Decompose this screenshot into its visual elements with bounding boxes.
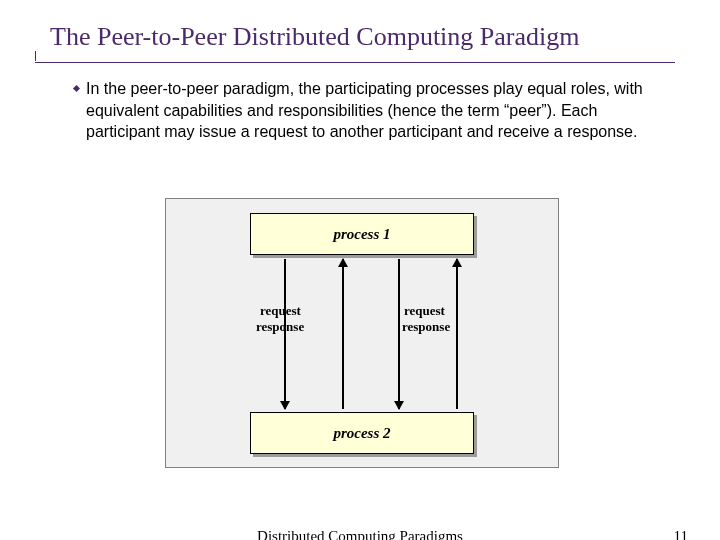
footer-center: Distributed Computing Paradigms — [0, 528, 720, 540]
title-tick — [35, 51, 36, 61]
arrow-response-right — [456, 259, 458, 409]
bullet-icon — [73, 85, 80, 92]
label-request-right: request — [404, 303, 445, 319]
label-request-left: request — [260, 303, 301, 319]
title-rule — [35, 62, 675, 63]
slide-title: The Peer-to-Peer Distributed Computing P… — [50, 22, 680, 52]
label-response-right: response — [402, 319, 450, 335]
slide: The Peer-to-Peer Distributed Computing P… — [0, 0, 720, 540]
title-wrap: The Peer-to-Peer Distributed Computing P… — [50, 22, 680, 52]
body-text-block: In the peer-to-peer paradigm, the partic… — [86, 78, 666, 143]
label-response-left: response — [256, 319, 304, 335]
diagram: process 1 process 2 request response req… — [165, 198, 559, 468]
page-number: 11 — [674, 528, 688, 540]
body-text: In the peer-to-peer paradigm, the partic… — [86, 80, 643, 140]
arrow-request-right — [398, 259, 400, 409]
process-2-box: process 2 — [250, 412, 474, 454]
process-1-box: process 1 — [250, 213, 474, 255]
arrow-response-left — [342, 259, 344, 409]
